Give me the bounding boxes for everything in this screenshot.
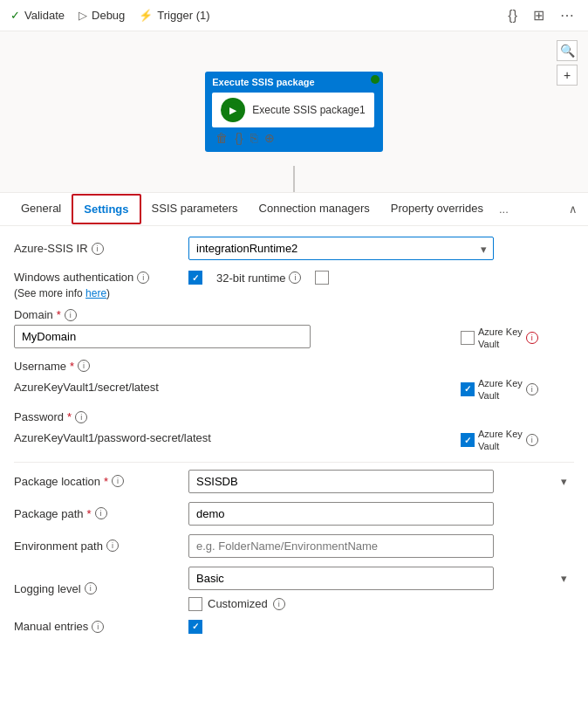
- zoom-search-button[interactable]: 🔍: [557, 40, 578, 61]
- zoom-in-button[interactable]: +: [557, 65, 578, 86]
- windows-auth-row: Windows authentication i (See more info …: [14, 271, 574, 299]
- connect-icon[interactable]: ⊕: [264, 131, 275, 145]
- logging-level-label-text: Logging level: [14, 582, 81, 595]
- username-row: Username * i AzureKeyVault1/secret/lates…: [14, 360, 574, 402]
- domain-required-star: *: [57, 308, 61, 321]
- password-vault-checkbox[interactable]: ✓: [461, 433, 475, 447]
- environment-path-label: Environment path i: [14, 539, 188, 553]
- delete-icon[interactable]: 🗑: [215, 131, 228, 145]
- tab-general[interactable]: General: [10, 195, 72, 223]
- runtime-32bit-label-group: 32-bit runtime i: [216, 271, 301, 285]
- tab-settings[interactable]: Settings: [72, 194, 140, 224]
- package-location-label-text: Package location: [14, 475, 100, 488]
- code-icon[interactable]: {}: [504, 6, 521, 25]
- tabs-more-button[interactable]: ...: [494, 199, 514, 219]
- customized-info-icon[interactable]: i: [273, 598, 285, 610]
- trigger-label: Trigger (1): [157, 9, 209, 22]
- domain-vault-info-icon[interactable]: i: [526, 332, 538, 344]
- tab-connection-managers[interactable]: Connection managers: [249, 195, 380, 223]
- domain-label-text: Domain: [14, 308, 53, 321]
- username-vault-check-mark: ✓: [464, 384, 471, 394]
- username-vault-info-icon[interactable]: i: [526, 383, 538, 395]
- package-location-select[interactable]: SSISDB: [188, 470, 494, 493]
- username-label-text: Username: [14, 360, 66, 373]
- manual-entries-check-mark: ✓: [192, 622, 199, 631]
- customized-checkbox[interactable]: [188, 597, 202, 611]
- manual-entries-checkbox[interactable]: ✓: [188, 620, 202, 634]
- domain-label: Domain * i: [14, 308, 450, 321]
- windows-auth-checkbox[interactable]: ✓: [188, 271, 202, 285]
- customized-row: Customized i: [188, 597, 574, 611]
- environment-path-row: Environment path i: [14, 534, 574, 558]
- password-label-text: Password: [14, 410, 64, 423]
- package-location-select-wrapper: SSISDB ▾: [188, 470, 574, 493]
- see-more-info-text: (See more info here): [14, 287, 188, 299]
- password-vault-info-icon[interactable]: i: [526, 434, 538, 446]
- more-options-icon[interactable]: ⋯: [557, 5, 578, 25]
- pipeline-node[interactable]: Execute SSIS package ▶ Execute SSIS pack…: [205, 72, 382, 152]
- domain-vault-checkbox[interactable]: [461, 331, 475, 345]
- node-actions: 🗑 {} ⎘ ⊕: [212, 127, 274, 147]
- manual-entries-info-icon[interactable]: i: [92, 621, 104, 633]
- windows-auth-info-icon[interactable]: i: [137, 271, 149, 284]
- node-status-dot: [371, 75, 379, 84]
- domain-input[interactable]: [14, 325, 311, 348]
- tab-ssis-parameters[interactable]: SSIS parameters: [141, 195, 249, 223]
- domain-info-icon[interactable]: i: [65, 309, 77, 321]
- package-path-row: Package path * i: [14, 502, 574, 526]
- tabs-collapse-button[interactable]: ∧: [569, 203, 578, 216]
- validate-label: Validate: [24, 9, 65, 22]
- package-location-control: SSISDB ▾: [188, 470, 574, 493]
- logging-level-info-icon[interactable]: i: [85, 582, 97, 594]
- copy-icon[interactable]: ⎘: [250, 131, 257, 145]
- package-path-input[interactable]: [188, 502, 494, 526]
- username-info-icon[interactable]: i: [78, 360, 90, 372]
- form-area: Azure-SSIS IR i integrationRuntime2 ▾ Wi…: [0, 226, 588, 701]
- package-location-row: Package location * i SSISDB ▾: [14, 470, 574, 493]
- domain-vault-col: Azure KeyVault i: [461, 326, 574, 351]
- environment-path-input[interactable]: [188, 534, 494, 558]
- runtime-32bit-checkbox[interactable]: [315, 271, 329, 285]
- template-icon[interactable]: ⊞: [530, 5, 548, 25]
- package-location-label: Package location * i: [14, 475, 188, 488]
- debug-button[interactable]: ▷ Debug: [79, 9, 125, 22]
- username-field-main: Username * i AzureKeyVault1/secret/lates…: [14, 360, 450, 398]
- package-path-info-icon[interactable]: i: [95, 507, 107, 519]
- svg-text:▶: ▶: [229, 106, 237, 115]
- trigger-button[interactable]: ⚡ Trigger (1): [139, 9, 209, 22]
- node-code-icon[interactable]: {}: [235, 131, 243, 145]
- windows-auth-label-text: Windows authentication: [14, 271, 133, 284]
- environment-path-info-icon[interactable]: i: [106, 539, 119, 552]
- package-path-label: Package path * i: [14, 507, 188, 520]
- username-vault-label: Azure KeyVault: [478, 377, 523, 402]
- debug-label: Debug: [92, 9, 125, 22]
- username-vault-col: ✓ Azure KeyVault i: [461, 377, 574, 402]
- azure-ssis-ir-select[interactable]: integrationRuntime2: [188, 237, 494, 260]
- environment-path-label-text: Environment path: [14, 539, 103, 553]
- customized-label: Customized: [208, 597, 268, 610]
- toolbar-right-actions: {} ⊞ ⋯: [504, 5, 578, 25]
- azure-ssis-ir-info-icon[interactable]: i: [92, 243, 104, 255]
- domain-field-main: Domain * i: [14, 308, 450, 348]
- trigger-icon: ⚡: [139, 9, 153, 22]
- manual-entries-label-text: Manual entries: [14, 620, 88, 633]
- package-path-label-text: Package path: [14, 507, 84, 520]
- see-more-text: See more info: [17, 287, 83, 299]
- runtime-32bit-info-icon[interactable]: i: [289, 271, 301, 284]
- validate-button[interactable]: ✓ Validate: [10, 9, 65, 22]
- logging-level-row: Logging level i Basic ▾ Customized i: [14, 567, 574, 611]
- tab-property-overrides[interactable]: Property overrides: [380, 195, 494, 223]
- username-vault-checkbox[interactable]: ✓: [461, 382, 475, 396]
- canvas-controls: 🔍 +: [557, 40, 578, 86]
- password-label: Password * i: [14, 410, 450, 423]
- username-value: AzureKeyVault1/secret/latest: [14, 376, 450, 398]
- package-location-info-icon[interactable]: i: [112, 475, 124, 487]
- logging-level-select-wrapper: Basic ▾: [188, 567, 574, 590]
- environment-path-control: [188, 534, 574, 558]
- logging-level-control: Basic ▾ Customized i: [188, 567, 574, 611]
- here-link[interactable]: here: [85, 287, 106, 299]
- node-icon: ▶: [221, 98, 245, 122]
- tabs-container: General Settings SSIS parameters Connect…: [0, 193, 588, 226]
- logging-level-select[interactable]: Basic: [188, 567, 494, 590]
- password-info-icon[interactable]: i: [75, 411, 87, 423]
